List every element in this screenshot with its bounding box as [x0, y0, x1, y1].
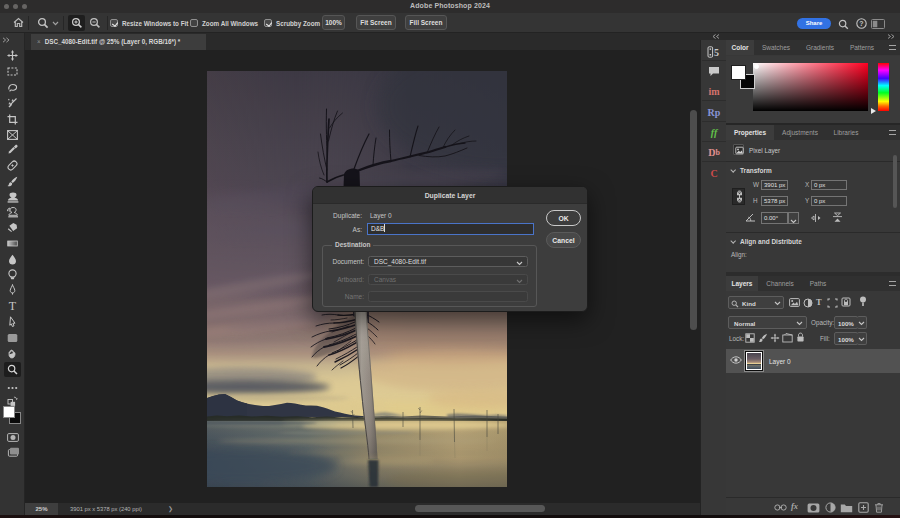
svg-text:?: ?	[859, 20, 863, 27]
svg-text:T: T	[9, 300, 17, 311]
svg-text:5: 5	[714, 46, 719, 57]
